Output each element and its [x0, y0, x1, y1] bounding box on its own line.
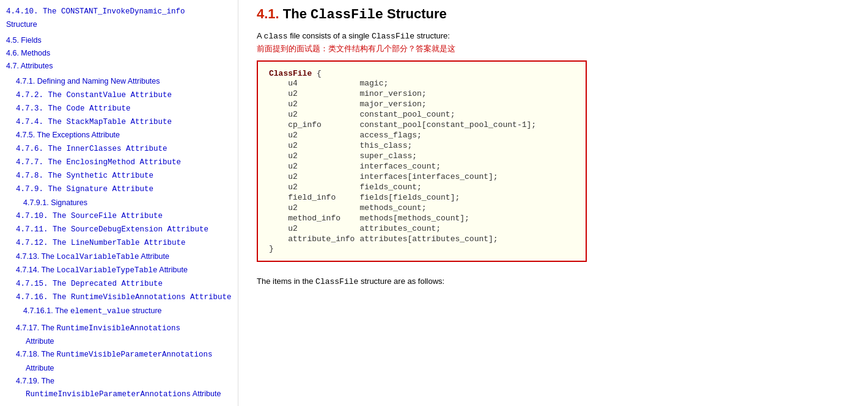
sidebar-item-4714[interactable]: 4.7.14. The LocalVariableTypeTable Attri… [6, 264, 232, 277]
sidebar-item-476[interactable]: 4.7.6. The InnerClasses Attribute [6, 142, 232, 156]
sidebar-item-472[interactable]: 4.7.2. The ConstantValue Attribute [6, 89, 232, 102]
sidebar-item-4710[interactable]: 4.7.10. The SourceFile Attribute [6, 209, 232, 223]
sidebar-item-4716[interactable]: 4.7.16. The RuntimeVisibleAnnotations At… [6, 291, 232, 304]
code-row: field_infofields[fields_count]; [269, 192, 536, 203]
sidebar-item-47161[interactable]: 4.7.16.1. The element_value structure [6, 305, 232, 318]
code-field: minor_version; [359, 89, 536, 99]
sidebar-item-fields[interactable]: 4.5. Fields [6, 34, 232, 47]
sidebar-item-474[interactable]: 4.7.4. The StackMapTable Attribute [6, 115, 232, 129]
code-row: method_infomethods[methods_count]; [269, 213, 536, 223]
main-content: 4.1. The ClassFile Structure A class fil… [238, 0, 868, 406]
code-row: u4magic; [269, 78, 536, 89]
code-field: attributes[attributes_count]; [359, 234, 536, 244]
footer-paragraph: The items in the ClassFile structure are… [257, 277, 850, 286]
code-row: u2methods_count; [269, 203, 536, 213]
code-type: u2 [269, 140, 359, 151]
code-open: ClassFile { [269, 69, 575, 78]
code-row: u2fields_count; [269, 182, 536, 192]
code-type: u2 [269, 182, 359, 192]
code-type: method_info [269, 213, 359, 223]
code-row: u2constant_pool_count; [269, 109, 536, 120]
code-field: fields[fields_count]; [359, 192, 536, 203]
code-field: fields_count; [359, 182, 536, 192]
code-type: cp_info [269, 120, 359, 130]
code-type: u2 [269, 89, 359, 99]
sidebar-item-attributes[interactable]: 4.7. Attributes [6, 60, 232, 73]
code-type: u2 [269, 223, 359, 234]
code-row: attribute_infoattributes[attributes_coun… [269, 234, 536, 244]
code-type: u4 [269, 78, 359, 89]
code-row: u2interfaces[interfaces_count]; [269, 172, 536, 182]
code-row: u2major_version; [269, 99, 536, 109]
code-field: major_version; [359, 99, 536, 109]
sidebar-item-4715[interactable]: 4.7.15. The Deprecated Attribute [6, 277, 232, 291]
page-title: 4.1. The ClassFile Structure [257, 6, 850, 23]
intro-paragraph: A class file consists of a single ClassF… [257, 31, 850, 41]
code-field: attributes_count; [359, 223, 536, 234]
sidebar: 4.4.10. The CONSTANT_InvokeDynamic_info … [0, 0, 238, 406]
code-field: interfaces[interfaces_count]; [359, 172, 536, 182]
code-table: u4magic; u2minor_version; u2major_versio… [269, 78, 536, 244]
code-type: u2 [269, 99, 359, 109]
code-type: u2 [269, 151, 359, 161]
sidebar-item-methods[interactable]: 4.6. Methods [6, 47, 232, 60]
sidebar-item-4719[interactable]: 4.7.19. The RuntimeInvisibleParameterAnn… [6, 375, 232, 402]
code-field: methods[methods_count]; [359, 213, 536, 223]
sidebar-item-471[interactable]: 4.7.1. Defining and Naming New Attribute… [6, 75, 232, 88]
code-row: cp_infoconstant_pool[constant_pool_count… [269, 120, 536, 130]
code-type: u2 [269, 130, 359, 140]
code-field: this_class; [359, 140, 536, 151]
code-type: u2 [269, 172, 359, 182]
code-block: ClassFile { u4magic; u2minor_version; u2… [257, 60, 587, 262]
sidebar-item-479[interactable]: 4.7.9. The Signature Attribute [6, 183, 232, 196]
code-type: field_info [269, 192, 359, 203]
annotation-text: 前面提到的面试题：类文件结构有几个部分？答案就是这 [257, 43, 850, 54]
code-row: u2access_flags; [269, 130, 536, 140]
code-field: super_class; [359, 151, 536, 161]
code-row: u2minor_version; [269, 89, 536, 99]
sidebar-item-475[interactable]: 4.7.5. The Exceptions Attribute [6, 129, 232, 142]
code-field: constant_pool_count; [359, 109, 536, 120]
sidebar-item-477[interactable]: 4.7.7. The EnclosingMethod Attribute [6, 156, 232, 169]
sidebar-item-4791[interactable]: 4.7.9.1. Signatures [6, 197, 232, 209]
sidebar-item-0[interactable]: 4.4.10. The CONSTANT_InvokeDynamic_info … [6, 5, 232, 32]
code-close: } [269, 244, 575, 253]
code-type: u2 [269, 161, 359, 172]
code-type: u2 [269, 109, 359, 120]
code-field: constant_pool[constant_pool_count-1]; [359, 120, 536, 130]
code-type: attribute_info [269, 234, 359, 244]
code-field: methods_count; [359, 203, 536, 213]
code-field: magic; [359, 78, 536, 89]
code-row: u2super_class; [269, 151, 536, 161]
sidebar-item-4713[interactable]: 4.7.13. The LocalVariableTable Attribute [6, 250, 232, 264]
code-row: u2attributes_count; [269, 223, 536, 234]
code-field: access_flags; [359, 130, 536, 140]
code-row: u2interfaces_count; [269, 161, 536, 172]
sidebar-item-473[interactable]: 4.7.3. The Code Attribute [6, 102, 232, 115]
sidebar-item-478[interactable]: 4.7.8. The Synthetic Attribute [6, 169, 232, 183]
sidebar-item-4711[interactable]: 4.7.11. The SourceDebugExtension Attribu… [6, 223, 232, 236]
sidebar-item-4718[interactable]: 4.7.18. The RuntimeVisibleParameterAnnot… [6, 348, 232, 375]
sidebar-item-4712[interactable]: 4.7.12. The LineNumberTable Attribute [6, 236, 232, 250]
code-type: u2 [269, 203, 359, 213]
code-row: u2this_class; [269, 140, 536, 151]
sidebar-item-4717[interactable]: 4.7.17. The RuntimeInvisibleAnnotations … [6, 322, 232, 349]
code-field: interfaces_count; [359, 161, 536, 172]
title-number: 4.1. [257, 6, 279, 21]
